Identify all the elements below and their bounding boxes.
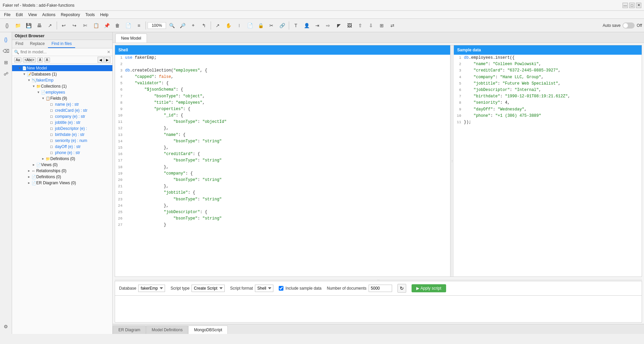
pan-btn[interactable]: ✋ xyxy=(223,20,233,31)
toolbar-new-btn[interactable]: {} xyxy=(2,20,12,31)
tree-item-collections[interactable]: ▼ 📁 Collections (1) xyxy=(12,83,112,89)
code-line: 15 }, xyxy=(115,145,450,151)
zoom-out-btn[interactable]: 🔍 xyxy=(167,20,177,31)
bottom-tab-mongodbscript[interactable]: MongoDBScript xyxy=(188,326,228,334)
text-btn[interactable]: T xyxy=(291,20,301,31)
scissors-btn[interactable]: ✂ xyxy=(266,20,276,31)
tree-item-field-company[interactable]: □ company (e) : str xyxy=(12,113,112,119)
autosave-toggle[interactable] xyxy=(623,22,635,29)
ob-scope-btn[interactable]: A xyxy=(44,57,50,62)
tree-item-new-model[interactable]: ▼ 📄 New Model xyxy=(12,65,112,71)
toolbar-copy-btn[interactable]: 📋 xyxy=(91,20,101,31)
db-select[interactable]: fakerEmp xyxy=(138,285,165,292)
expand-btn[interactable]: ⇨ xyxy=(323,20,333,31)
tree-item-views[interactable]: ► 📄 Views (0) xyxy=(12,162,112,168)
close-button[interactable]: ✕ xyxy=(636,3,641,8)
apply-script-button[interactable]: ▶ Apply script xyxy=(412,284,446,292)
left-icon-grid[interactable]: ⊞ xyxy=(1,58,11,67)
indent-btn[interactable]: ⇥ xyxy=(312,20,322,31)
user-btn[interactable]: 👤 xyxy=(302,20,312,31)
grid-btn[interactable]: ⁝ xyxy=(234,20,244,31)
toolbar-comment-btn[interactable]: 📄 xyxy=(123,20,133,31)
bottom-tab-er-diagram[interactable]: ER Diagram xyxy=(113,326,146,334)
ob-next-btn[interactable]: ▶ xyxy=(104,57,110,63)
line-content: "_id": { xyxy=(125,112,450,119)
tree-item-relationships[interactable]: ► ↔ Relationships (0) xyxy=(12,168,112,174)
menu-repository[interactable]: Repository xyxy=(58,12,83,18)
menu-file[interactable]: File xyxy=(1,12,13,18)
tree-item-databases[interactable]: ▼ 📝 Databases (1) xyxy=(12,71,112,77)
tree-item-employees[interactable]: ▼ 📄 employees xyxy=(12,89,112,95)
toolbar-export-btn[interactable]: ↗ xyxy=(45,20,55,31)
menu-edit[interactable]: Edit xyxy=(13,12,25,18)
toolbar-print-btn[interactable]: 🖶 xyxy=(34,20,44,31)
toolbar-undo-btn[interactable]: ↩ xyxy=(59,20,69,31)
ob-tab-find[interactable]: Find xyxy=(12,40,26,48)
shell-code-body[interactable]: 1use fakerEmp;23db.createCollection("emp… xyxy=(115,55,450,277)
menu-tools[interactable]: Tools xyxy=(83,12,98,18)
ob-prev-btn[interactable]: ◀ xyxy=(98,57,104,63)
left-icon-settings[interactable]: ⚙ xyxy=(1,322,11,331)
ob-tab-replace[interactable]: Replace xyxy=(26,40,48,48)
table-btn[interactable]: ⊞ xyxy=(377,20,387,31)
tab-new-model[interactable]: New Model xyxy=(115,34,147,43)
tree-item-field-jobdescriptor[interactable]: □ jobDescriptor (e) : xyxy=(12,126,112,132)
minimize-button[interactable]: — xyxy=(623,3,628,8)
search-clear-icon[interactable]: ✕ xyxy=(107,50,110,54)
align-btn[interactable]: ⇄ xyxy=(387,20,397,31)
script-type-select[interactable]: Create Script xyxy=(192,285,225,292)
left-icon-branch[interactable]: ⌫ xyxy=(1,46,11,56)
pointer-btn[interactable]: ↗ xyxy=(213,20,223,31)
tree-item-field-birthdate[interactable]: □ birthdate (e) : str xyxy=(12,132,112,138)
toolbar-open-folder-btn[interactable]: 📁 xyxy=(13,20,23,31)
toolbar-save-btn[interactable]: 💾 xyxy=(23,20,34,31)
layout-btn[interactable]: 📄 xyxy=(245,20,255,31)
code-line: 13 "name": { xyxy=(115,132,450,138)
ob-regex-btn[interactable]: A xyxy=(37,57,43,62)
sample-code-body[interactable]: 1db.employees.insert({2 "name": "Colleen… xyxy=(454,55,642,277)
tree-item-field-name[interactable]: □ name (e) : str xyxy=(12,101,112,107)
code-panels: Shell 1use fakerEmp;23db.createCollectio… xyxy=(115,45,642,277)
menu-help[interactable]: Help xyxy=(98,12,111,18)
menu-view[interactable]: View xyxy=(25,12,40,18)
toolbar-more-btn[interactable]: ≡ xyxy=(134,20,144,31)
panel-drag-handle[interactable]: ⋮ xyxy=(450,45,454,277)
include-sample-checkbox[interactable] xyxy=(279,286,283,291)
tree-item-fields[interactable]: ▼ 📋 Fields (9) xyxy=(12,95,112,101)
menu-actions[interactable]: Actions xyxy=(40,12,58,18)
toolbar-paste-btn[interactable]: 📌 xyxy=(102,20,112,31)
ob-case-btn[interactable]: Aa xyxy=(14,57,21,62)
tree-item-field-jobtitle[interactable]: □ jobtitle (e) : str xyxy=(12,119,112,126)
num-docs-input[interactable] xyxy=(369,285,392,292)
down-btn[interactable]: ⇩ xyxy=(366,20,376,31)
tree-item-er-diagram-views[interactable]: ► 📄 ER Diagram Views (0) xyxy=(12,180,112,186)
image-btn[interactable]: 🖼 xyxy=(344,20,355,31)
tree-item-definitions-inner[interactable]: ► 📁 Definitions (0) xyxy=(12,156,112,162)
ob-tab-find-in-files[interactable]: Find in files xyxy=(48,40,75,48)
toolbar-cut-btn[interactable]: ✄ xyxy=(80,20,90,31)
left-icon-layers[interactable]: ☍ xyxy=(1,69,11,79)
tree-item-field-creditcard[interactable]: □ creditCard (e) : str xyxy=(12,107,112,113)
new-window-btn[interactable]: ◤ xyxy=(334,20,344,31)
refresh-button[interactable]: ↻ xyxy=(397,284,406,293)
search-input[interactable] xyxy=(20,50,106,54)
script-format-select[interactable]: Shell xyxy=(255,285,273,292)
link-btn[interactable]: 🔗 xyxy=(277,20,287,31)
tree-item-definitions[interactable]: ► 📄 Definitions (0) xyxy=(12,174,112,180)
toolbar-redo-btn[interactable]: ↪ xyxy=(69,20,79,31)
zoom-reset-btn[interactable]: ↰ xyxy=(199,20,209,31)
window-controls[interactable]: — □ ✕ xyxy=(623,3,641,8)
zoom-fit-btn[interactable]: ⌖ xyxy=(188,20,198,31)
maximize-button[interactable]: □ xyxy=(629,3,635,8)
ob-word-btn[interactable]: <Abc> xyxy=(23,57,36,62)
tree-item-fakeremp[interactable]: ▼ 📉 fakerEmp xyxy=(12,77,112,83)
left-icon-bracket[interactable]: {} xyxy=(1,35,11,44)
lock-btn[interactable]: 🔒 xyxy=(256,20,266,31)
tree-item-field-dayoff[interactable]: □ dayOff (e) : str xyxy=(12,144,112,150)
up-btn[interactable]: ⇧ xyxy=(355,20,365,31)
zoom-in-btn[interactable]: 🔎 xyxy=(177,20,187,31)
bottom-tab-model-definitions[interactable]: Model Definitions xyxy=(146,326,188,334)
tree-item-field-seniority[interactable]: □ seniority (e) : num xyxy=(12,138,112,144)
tree-item-field-phone[interactable]: □ phone (e) : str xyxy=(12,150,112,156)
toolbar-delete-btn[interactable]: 🗑 xyxy=(112,20,122,31)
